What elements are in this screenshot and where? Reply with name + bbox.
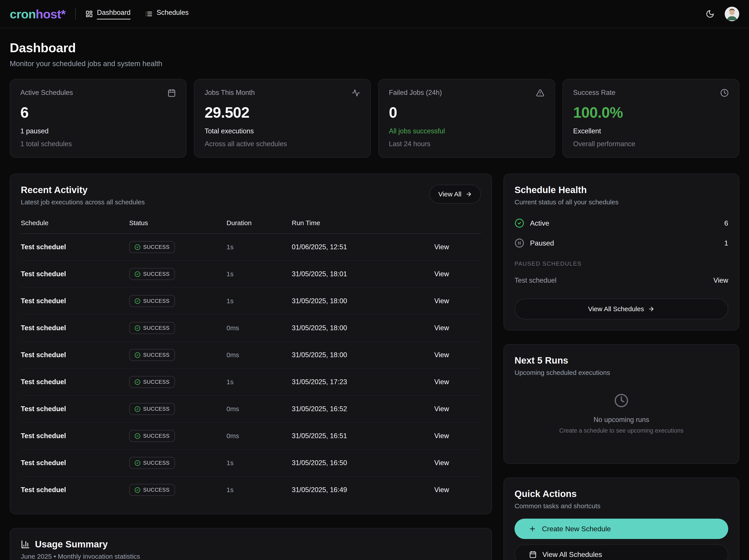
table-row: Test scheduelSUCCESS0ms31/05/2025, 18:00… (21, 315, 481, 342)
status-badge-label: SUCCESS (143, 460, 170, 466)
arrow-right-icon (648, 306, 655, 312)
cell-status: SUCCESS (129, 322, 227, 334)
moon-icon (706, 9, 714, 18)
cell-run-time: 31/05/2025, 16:51 (292, 432, 402, 440)
stat-line2: Across all active schedules (205, 140, 360, 148)
view-all-button[interactable]: View All (429, 185, 481, 204)
stat-value: 6 (20, 104, 176, 121)
nav-item-schedules[interactable]: Schedules (145, 8, 189, 19)
table-row: Test scheduelSUCCESS0ms31/05/2025, 18:00… (21, 342, 481, 369)
usage-summary-subtitle: June 2025 • Monthly invocation statistic… (21, 553, 481, 560)
schedule-health-card: Schedule Health Current status of all yo… (504, 174, 739, 330)
column-header-status: Status (129, 219, 227, 227)
cell-schedule: Test scheduel (21, 324, 129, 332)
view-link[interactable]: View (402, 405, 481, 413)
stat-line1: Total executions (205, 127, 360, 135)
cell-duration: 1s (227, 486, 292, 494)
nav-label-schedules: Schedules (157, 8, 189, 19)
cell-duration: 1s (227, 297, 292, 305)
status-badge-label: SUCCESS (143, 379, 170, 385)
stat-line1: 1 paused (20, 127, 176, 135)
cell-run-time: 31/05/2025, 16:52 (292, 405, 402, 413)
check-circle-icon (134, 406, 141, 412)
cell-schedule: Test scheduel (21, 351, 129, 359)
cell-schedule: Test scheduel (21, 459, 129, 467)
cell-duration: 1s (227, 243, 292, 251)
table-row: Test scheduelSUCCESS1s31/05/2025, 17:23V… (21, 369, 481, 396)
check-circle-icon (134, 433, 141, 439)
view-link[interactable]: View (402, 324, 481, 332)
view-link[interactable]: View (402, 486, 481, 494)
nav-label-dashboard: Dashboard (97, 8, 130, 19)
table-row: Test scheduelSUCCESS0ms31/05/2025, 16:51… (21, 423, 481, 450)
pause-circle-icon (515, 238, 524, 248)
active-label: Active (530, 219, 549, 228)
plus-icon (529, 525, 536, 533)
cell-run-time: 01/06/2025, 12:51 (292, 243, 402, 251)
status-badge: SUCCESS (129, 430, 175, 442)
view-all-schedules-button[interactable]: View All Schedules (515, 299, 728, 319)
cell-run-time: 31/05/2025, 16:49 (292, 486, 402, 494)
stat-line2: Overall performance (573, 140, 729, 148)
status-badge-label: SUCCESS (143, 325, 170, 331)
create-new-schedule-label: Create New Schedule (542, 525, 611, 533)
cell-schedule: Test scheduel (21, 432, 129, 440)
next-runs-title: Next 5 Runs (515, 355, 728, 366)
view-all-schedules-action-button[interactable]: View All Schedules (515, 544, 728, 560)
view-link[interactable]: View (402, 432, 481, 440)
status-badge: SUCCESS (129, 295, 175, 307)
stat-value: 100.0% (573, 104, 729, 121)
cell-status: SUCCESS (129, 484, 227, 496)
cell-status: SUCCESS (129, 430, 227, 442)
activity-table: Schedule Status Duration Run Time Test s… (21, 219, 481, 503)
header-actions (706, 7, 739, 21)
next-runs-card: Next 5 Runs Upcoming scheduled execution… (504, 344, 739, 464)
nav-item-dashboard[interactable]: Dashboard (85, 8, 130, 19)
stat-card-success-rate: Success Rate 100.0% Excellent Overall pe… (562, 79, 739, 158)
view-link[interactable]: View (402, 297, 481, 305)
activity-table-body: Test scheduelSUCCESS1s01/06/2025, 12:51V… (21, 234, 481, 503)
theme-toggle-button[interactable] (706, 9, 714, 18)
health-row-active: Active 6 (515, 218, 728, 228)
schedule-health-subtitle: Current status of all your schedules (515, 198, 728, 206)
check-circle-icon (134, 298, 141, 304)
view-link[interactable]: View (402, 351, 481, 359)
check-circle-icon (134, 460, 141, 466)
calendar-icon (529, 551, 537, 558)
paused-schedule-row: Test scheduel View (515, 277, 728, 284)
view-all-schedules-label: View All Schedules (588, 305, 644, 313)
check-circle-icon (515, 218, 524, 228)
column-header-schedule: Schedule (21, 219, 129, 227)
stat-card-failed-jobs: Failed Jobs (24h) 0 All jobs successful … (378, 79, 555, 158)
status-badge: SUCCESS (129, 268, 175, 280)
app-logo[interactable]: cron host* (10, 7, 65, 21)
quick-actions-title: Quick Actions (515, 489, 728, 499)
quick-actions-subtitle: Common tasks and shortcuts (515, 502, 728, 510)
cell-schedule: Test scheduel (21, 297, 129, 305)
usage-summary-title: Usage Summary (35, 539, 108, 550)
header-divider (75, 8, 76, 20)
view-link[interactable]: View (402, 459, 481, 467)
recent-activity-subtitle: Latest job executions across all schedul… (21, 198, 145, 206)
cell-duration: 1s (227, 459, 292, 467)
paused-schedule-view-link[interactable]: View (713, 277, 728, 284)
check-circle-icon (134, 379, 141, 385)
stat-label: Success Rate (573, 89, 615, 96)
table-row: Test scheduelSUCCESS1s31/05/2025, 18:00V… (21, 288, 481, 315)
paused-count: 1 (724, 239, 728, 247)
next-runs-empty-state: No upcoming runs Create a schedule to se… (515, 393, 728, 434)
stat-value: 0 (389, 104, 544, 121)
user-avatar[interactable] (725, 7, 739, 21)
view-link[interactable]: View (402, 270, 481, 278)
view-link[interactable]: View (402, 378, 481, 386)
cell-run-time: 31/05/2025, 18:00 (292, 324, 402, 332)
status-badge: SUCCESS (129, 484, 175, 496)
calendar-icon (168, 89, 176, 97)
activity-icon (352, 89, 360, 97)
view-link[interactable]: View (402, 243, 481, 251)
create-new-schedule-button[interactable]: Create New Schedule (515, 519, 728, 539)
view-all-label: View All (438, 190, 462, 198)
check-circle-icon (134, 244, 141, 250)
stat-label: Failed Jobs (24h) (389, 89, 442, 96)
logo-part-cron: cron (10, 7, 36, 21)
